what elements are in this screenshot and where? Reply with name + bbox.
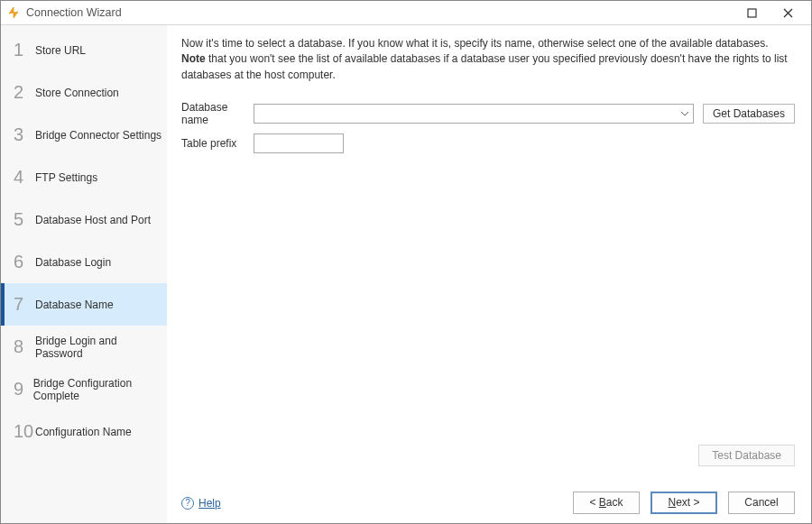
next-prefix: N	[668, 496, 676, 509]
intro-note: Note that you won't see the list of avai…	[181, 51, 795, 83]
next-button[interactable]: Next >	[651, 492, 717, 514]
sidebar-step-8[interactable]: 8Bridge Login and Password	[1, 326, 167, 368]
step-label: Store Connection	[35, 87, 119, 99]
step-number: 2	[14, 82, 35, 103]
sidebar: 1Store URL2Store Connection3Bridge Conne…	[1, 25, 167, 523]
step-label: Bridge Connector Settings	[35, 129, 161, 142]
step-label: Database Host and Port	[35, 214, 151, 226]
app-icon	[6, 5, 21, 20]
step-number: 4	[14, 167, 35, 188]
help-link[interactable]: ? Help	[181, 497, 221, 510]
prefix-label: Table prefix	[181, 137, 254, 150]
window-buttons	[734, 1, 806, 25]
step-number: 6	[14, 252, 35, 272]
nav-buttons: < Back Next > Cancel	[573, 492, 795, 514]
sidebar-step-9[interactable]: 9Bridge Configuration Complete	[1, 368, 167, 410]
content: 1Store URL2Store Connection3Bridge Conne…	[1, 25, 811, 523]
sidebar-step-7[interactable]: 7Database Name	[1, 283, 167, 326]
table-prefix-input[interactable]	[254, 133, 344, 153]
help-label: Help	[198, 497, 221, 510]
test-row: Test Database	[181, 445, 795, 466]
step-number: 7	[14, 294, 35, 315]
step-number: 3	[14, 124, 35, 145]
step-label: Configuration Name	[35, 426, 132, 438]
intro-line1: Now it's time to select a database. If y…	[181, 36, 795, 51]
step-number: 8	[14, 336, 35, 357]
titlebar: Connection Wizard	[1, 1, 811, 25]
step-number: 1	[14, 40, 35, 60]
step-label: Bridge Configuration Complete	[33, 377, 167, 402]
spacer	[181, 161, 795, 445]
test-database-button[interactable]: Test Database	[698, 445, 795, 466]
form: Database name Get Databases Table prefix	[181, 101, 795, 161]
intro-text: Now it's time to select a database. If y…	[181, 36, 795, 83]
get-databases-button[interactable]: Get Databases	[703, 104, 795, 124]
sidebar-step-5[interactable]: 5Database Host and Port	[1, 198, 167, 241]
sidebar-step-2[interactable]: 2Store Connection	[1, 71, 167, 114]
row-table-prefix: Table prefix	[181, 133, 795, 153]
window-title: Connection Wizard	[26, 6, 734, 19]
back-button[interactable]: < Back	[573, 492, 640, 514]
step-number: 10	[14, 421, 35, 442]
step-label: Database Login	[35, 256, 111, 269]
sidebar-step-3[interactable]: 3Bridge Connector Settings	[1, 114, 167, 156]
step-label: Database Name	[35, 299, 114, 311]
sidebar-step-4[interactable]: 4FTP Settings	[1, 156, 167, 198]
dbname-select[interactable]	[254, 104, 694, 124]
sidebar-step-10[interactable]: 10Configuration Name	[1, 410, 167, 453]
close-button[interactable]	[770, 1, 806, 25]
note-label: Note	[181, 52, 206, 65]
step-label: Bridge Login and Password	[35, 335, 167, 360]
row-database-name: Database name Get Databases	[181, 101, 795, 126]
dbname-label: Database name	[181, 101, 254, 126]
sidebar-step-6[interactable]: 6Database Login	[1, 241, 167, 283]
svg-rect-0	[748, 9, 756, 17]
cancel-button[interactable]: Cancel	[728, 492, 795, 514]
step-number: 5	[14, 209, 35, 230]
chevron-down-icon	[680, 109, 689, 118]
help-icon: ?	[181, 497, 194, 510]
note-rest: that you won't see the list of available…	[181, 52, 788, 80]
sidebar-step-1[interactable]: 1Store URL	[1, 29, 167, 71]
main-panel: Now it's time to select a database. If y…	[167, 25, 811, 523]
maximize-button[interactable]	[734, 1, 770, 25]
next-suffix: ext >	[676, 496, 699, 509]
step-label: FTP Settings	[35, 171, 97, 184]
step-number: 9	[14, 379, 33, 400]
step-label: Store URL	[35, 44, 86, 57]
footer: ? Help < Back Next > Cancel	[181, 492, 795, 514]
